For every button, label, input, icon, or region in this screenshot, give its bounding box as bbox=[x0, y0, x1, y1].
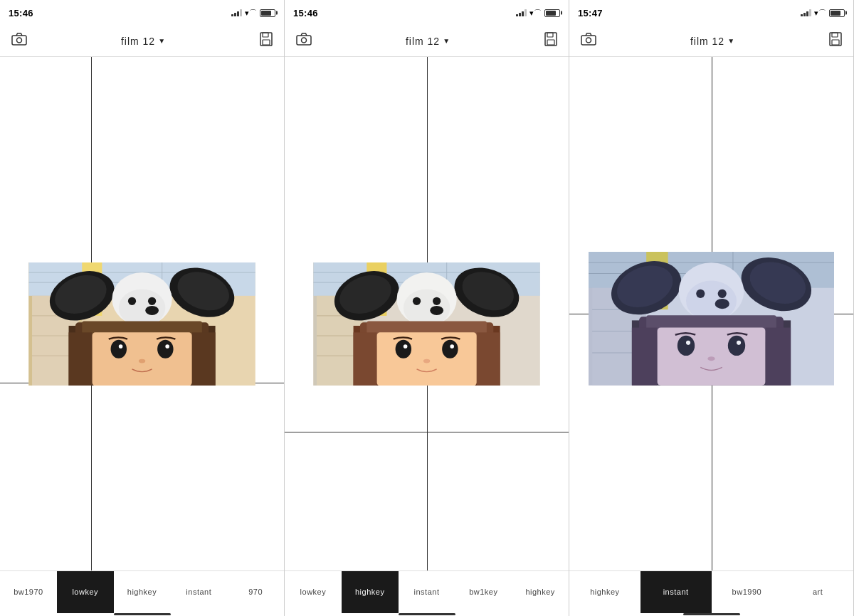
signal-icon-1 bbox=[231, 9, 242, 16]
battery-icon-2 bbox=[544, 9, 560, 17]
filter-tab-art-3[interactable]: art bbox=[782, 571, 853, 613]
wifi-icon-2: ▾⌒ bbox=[529, 8, 542, 18]
wifi-icon-3: ▾⌒ bbox=[814, 8, 826, 18]
toolbar-3: film 12 ▼ bbox=[569, 26, 853, 57]
save-icon-2[interactable] bbox=[544, 32, 557, 50]
signal-icon-3 bbox=[801, 9, 811, 16]
filter-tab-instant-1[interactable]: instant bbox=[170, 571, 227, 613]
camera-icon-2[interactable] bbox=[296, 33, 312, 49]
content-area-3 bbox=[569, 57, 853, 570]
battery-icon-1 bbox=[260, 9, 275, 17]
bottom-indicator-2 bbox=[285, 613, 569, 616]
svg-point-60 bbox=[430, 306, 443, 315]
filter-tab-highkey-3[interactable]: highkey bbox=[569, 571, 640, 613]
svg-rect-36 bbox=[192, 332, 216, 386]
filter-tab-lowkey-2[interactable]: lowkey bbox=[285, 571, 342, 613]
status-bar-1: 15:46 ▾⌒ bbox=[0, 0, 284, 26]
svg-point-24 bbox=[128, 297, 136, 304]
bottom-indicator-3 bbox=[569, 613, 853, 616]
svg-rect-35 bbox=[68, 332, 92, 386]
photo-3 bbox=[569, 252, 853, 386]
svg-rect-78 bbox=[832, 40, 839, 45]
filter-tab-970-1[interactable]: 970 bbox=[227, 571, 284, 613]
filter-tabs-2: lowkey highkey instant bw1key highkey bbox=[285, 570, 569, 613]
battery-icon-3 bbox=[829, 9, 845, 17]
camera-icon-1[interactable] bbox=[11, 33, 27, 49]
svg-point-59 bbox=[404, 289, 450, 326]
toolbar-title-1[interactable]: film 12 ▼ bbox=[121, 36, 166, 47]
svg-rect-4 bbox=[263, 40, 270, 45]
status-time-1: 15:46 bbox=[9, 8, 33, 18]
filter-tab-bw1990-3[interactable]: bw1990 bbox=[712, 571, 783, 613]
status-bar-3: 15:47 ▾⌒ bbox=[569, 0, 853, 26]
svg-point-71 bbox=[423, 359, 430, 363]
camera-icon-3[interactable] bbox=[581, 33, 596, 49]
svg-rect-40 bbox=[547, 33, 553, 37]
toolbar-title-2[interactable]: film 12 ▼ bbox=[406, 36, 450, 47]
dropdown-arrow-2: ▼ bbox=[443, 37, 450, 45]
svg-point-70 bbox=[450, 344, 454, 349]
svg-point-67 bbox=[395, 339, 411, 358]
svg-point-38 bbox=[302, 38, 307, 43]
svg-point-68 bbox=[442, 339, 458, 358]
save-icon-1[interactable] bbox=[260, 32, 273, 50]
svg-point-25 bbox=[148, 297, 156, 304]
bottom-indicator-1 bbox=[0, 613, 284, 616]
status-icons-3: ▾⌒ bbox=[801, 8, 845, 18]
filter-tab-bw1970-1[interactable]: bw1970 bbox=[0, 571, 57, 613]
svg-point-62 bbox=[433, 297, 441, 304]
svg-point-61 bbox=[413, 297, 421, 304]
status-time-2: 15:46 bbox=[293, 8, 318, 18]
svg-rect-73 bbox=[477, 332, 500, 386]
svg-point-69 bbox=[404, 344, 408, 349]
filter-tab-lowkey-1[interactable]: lowkey bbox=[57, 571, 114, 613]
svg-point-23 bbox=[145, 306, 159, 315]
filter-tab-highkey2-2[interactable]: highkey bbox=[512, 571, 569, 613]
photo-1 bbox=[20, 262, 264, 386]
save-icon-3[interactable] bbox=[829, 32, 842, 50]
status-time-3: 15:47 bbox=[578, 8, 603, 18]
svg-rect-72 bbox=[353, 332, 376, 386]
filter-tabs-1: bw1970 lowkey highkey instant 970 bbox=[0, 570, 284, 613]
svg-point-22 bbox=[119, 289, 166, 326]
toolbar-title-3[interactable]: film 12 ▼ bbox=[690, 36, 735, 47]
svg-point-75 bbox=[586, 38, 591, 43]
svg-rect-74 bbox=[581, 36, 596, 45]
svg-rect-41 bbox=[547, 40, 554, 45]
toolbar-2: film 12 ▼ bbox=[285, 26, 569, 57]
filter-tab-highkey-1[interactable]: highkey bbox=[114, 571, 171, 613]
svg-point-1 bbox=[17, 38, 22, 43]
svg-point-32 bbox=[119, 344, 123, 349]
phone-panel-1: 15:46 ▾⌒ film 12 ▼ bbox=[0, 0, 285, 616]
svg-rect-0 bbox=[12, 36, 26, 45]
signal-icon-2 bbox=[516, 9, 527, 16]
status-icons-1: ▾⌒ bbox=[231, 8, 275, 18]
content-area-1 bbox=[0, 57, 284, 570]
svg-point-34 bbox=[139, 359, 145, 363]
status-icons-2: ▾⌒ bbox=[516, 8, 560, 18]
svg-rect-111 bbox=[589, 252, 834, 386]
filter-tabs-3: highkey instant bw1990 art bbox=[569, 570, 853, 613]
svg-point-30 bbox=[110, 339, 126, 358]
toolbar-1: film 12 ▼ bbox=[0, 26, 284, 57]
phone-panel-3: 15:47 ▾⌒ film 12 ▼ bbox=[569, 0, 854, 616]
filter-tab-instant-3[interactable]: instant bbox=[640, 571, 712, 613]
phone-panel-2: 15:46 ▾⌒ film 12 ▼ bbox=[285, 0, 569, 616]
svg-rect-37 bbox=[297, 36, 311, 45]
filter-tab-bw1key-2[interactable]: bw1key bbox=[455, 571, 512, 613]
svg-rect-2 bbox=[260, 33, 272, 46]
content-area-2 bbox=[285, 57, 569, 570]
svg-rect-3 bbox=[263, 33, 268, 37]
filter-tab-highkey-2[interactable]: highkey bbox=[342, 571, 399, 613]
svg-rect-77 bbox=[832, 33, 838, 37]
photo-2 bbox=[313, 262, 540, 386]
dropdown-arrow-3: ▼ bbox=[727, 37, 735, 45]
filter-tab-instant-2[interactable]: instant bbox=[399, 571, 455, 613]
svg-point-33 bbox=[165, 344, 169, 349]
wifi-icon-1: ▾⌒ bbox=[245, 8, 257, 18]
status-bar-2: 15:46 ▾⌒ bbox=[285, 0, 569, 26]
svg-point-31 bbox=[157, 339, 173, 358]
dropdown-arrow-1: ▼ bbox=[158, 37, 166, 45]
